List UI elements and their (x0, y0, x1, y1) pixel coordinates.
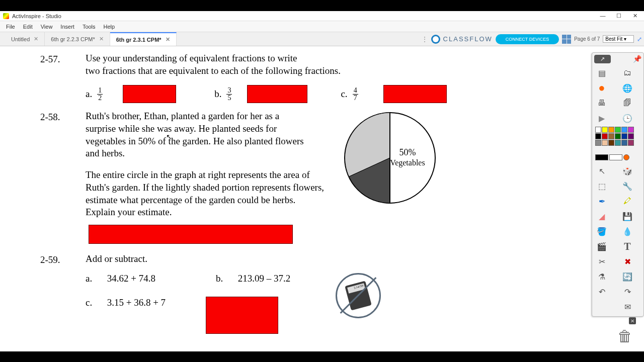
swatch[interactable] (595, 127, 601, 133)
close-icon[interactable]: ✕ (34, 36, 38, 42)
swatch[interactable] (628, 133, 634, 139)
grid-view-icon[interactable] (562, 35, 571, 44)
refresh-icon[interactable]: 🔄 (622, 271, 633, 282)
problem-text: Use your understanding of equivalent fra… (86, 52, 584, 65)
swatch[interactable] (602, 127, 608, 133)
swatch[interactable] (621, 140, 627, 146)
close-button[interactable]: ✕ (627, 11, 643, 20)
eyedropper-icon[interactable]: 💧 (622, 226, 633, 237)
problem-257: 2-57. Use your understanding of equivale… (40, 52, 584, 103)
problem-text: Add or subtract. (86, 253, 584, 265)
connect-devices-button[interactable]: CONNECT DEVICES (496, 34, 559, 44)
play-icon[interactable]: ▶ (596, 113, 607, 124)
folder-icon[interactable]: 🗂 (622, 67, 633, 78)
problem-text: Ruth's brother, Ethan, planted a garden … (86, 110, 307, 160)
tab-231cpm[interactable]: 6th gr 2.3.1 CPM* ✕ (110, 32, 177, 46)
swatch[interactable] (602, 133, 608, 139)
title-bar: ActivInspire - Studio — ☐ ✕ (0, 11, 644, 21)
swatch-wide[interactable] (595, 154, 608, 160)
swatch[interactable] (608, 133, 614, 139)
subpart-a: a. 1 2 (86, 85, 176, 103)
canvas[interactable]: 2-57. Use your understanding of equivale… (0, 46, 644, 351)
trash-bin[interactable]: ✕ 🗑 (615, 324, 635, 348)
swatch[interactable] (608, 127, 614, 133)
classflow-logo: CLASSFLOW (431, 35, 493, 44)
wrench-icon[interactable]: 🔧 (622, 180, 633, 192)
swatch[interactable] (628, 127, 634, 133)
delete-icon[interactable]: ✖ (622, 256, 633, 267)
share-button[interactable]: ↗ (594, 55, 611, 63)
more-icon[interactable]: ⋮ (421, 35, 428, 43)
world-icon[interactable]: 🌐 (622, 82, 633, 94)
fraction: 3 5 (226, 87, 232, 102)
cut-icon[interactable]: ✂ (596, 256, 607, 267)
toolbox[interactable]: ↗ 📌 ▤ 🗂 ● 🌐 🖶 🗐 ▶ 🕒 (592, 52, 644, 317)
no-calculator-icon: 3.14159 (336, 273, 381, 318)
page-content: 2-57. Use your understanding of equivale… (40, 52, 584, 341)
flask-icon[interactable]: ⚗ (596, 271, 607, 282)
problem-259: 2-59. Add or subtract. a. 34.62 + 74.8 b… (40, 253, 584, 334)
answer-cover[interactable] (89, 225, 293, 244)
circle-tool[interactable]: ● (596, 82, 607, 94)
redo-icon[interactable]: ↷ (622, 286, 633, 297)
mail-icon[interactable]: ✉ (622, 301, 633, 312)
swatch-wide[interactable] (609, 154, 622, 160)
answer-cover[interactable] (206, 297, 278, 334)
close-icon[interactable]: ✕ (629, 317, 636, 324)
pie-chart: 50% Vegetables (342, 110, 438, 219)
fill-icon[interactable]: 🪣 (596, 226, 607, 237)
answer-cover[interactable] (123, 85, 176, 103)
minimize-button[interactable]: — (595, 11, 611, 20)
pen-icon[interactable]: ✒ (596, 196, 607, 207)
menu-help[interactable]: Help (100, 24, 119, 30)
swatch[interactable] (628, 140, 634, 146)
problem-text: two fractions that are equivalent to eac… (86, 65, 584, 77)
pages-icon[interactable]: 🗐 (622, 98, 633, 109)
maximize-button[interactable]: ☐ (611, 11, 627, 20)
menu-insert[interactable]: Insert (56, 24, 78, 30)
tab-223cpm[interactable]: 6th gr 2.2.3 CPM* ✕ (45, 32, 110, 46)
undo-icon[interactable]: ↶ (596, 286, 607, 297)
media-icon[interactable]: 🎬 (596, 241, 607, 252)
swatch[interactable] (615, 127, 621, 133)
tab-untitled[interactable]: Untitled ✕ (5, 32, 45, 46)
problem-text: The entire circle in the graph at right … (86, 169, 327, 219)
dice-icon[interactable]: 🎲 (622, 165, 633, 176)
pin-icon[interactable]: 📌 (633, 55, 641, 63)
fraction: 1 2 (97, 87, 103, 102)
tab-right-controls: ⋮ CLASSFLOW CONNECT DEVICES Page 6 of 7 … (421, 32, 642, 46)
swatch[interactable] (615, 133, 621, 139)
menu-tools[interactable]: Tools (78, 24, 100, 30)
swatch[interactable] (621, 133, 627, 139)
menu-view[interactable]: View (37, 24, 57, 30)
print-icon[interactable]: 🖶 (596, 98, 607, 109)
eraser-icon[interactable]: ◢ (596, 211, 607, 222)
problem-number: 2-58. (40, 110, 86, 244)
close-icon[interactable]: ✕ (166, 36, 170, 43)
swatch[interactable] (595, 140, 601, 146)
swatch[interactable] (595, 133, 601, 139)
answer-cover[interactable] (247, 85, 307, 103)
swatch[interactable] (615, 140, 621, 146)
answer-cover[interactable] (383, 85, 447, 103)
swatch[interactable] (621, 127, 627, 133)
zoom-select[interactable]: Best Fit ▾ (603, 35, 634, 43)
menu-file[interactable]: File (2, 24, 19, 30)
close-icon[interactable]: ✕ (99, 36, 104, 42)
text-icon[interactable]: T (622, 241, 633, 252)
swatch[interactable] (608, 140, 614, 146)
window-title: ActivInspire - Studio (12, 13, 61, 19)
menu-edit[interactable]: Edit (19, 24, 37, 30)
highlighter-icon[interactable]: 🖍 (622, 196, 633, 207)
swatch[interactable] (623, 154, 629, 160)
page-indicator: Page 6 of 7 (574, 36, 600, 42)
swatch[interactable] (602, 140, 608, 146)
pointer-icon[interactable]: ↖ (596, 165, 607, 176)
tab-label: Untitled (11, 36, 30, 42)
subpart-b: b. 3 5 (214, 85, 307, 103)
clock-icon[interactable]: 🕒 (622, 113, 633, 124)
page-icon[interactable]: ▤ (596, 67, 607, 78)
fullscreen-icon[interactable]: ⤢ (637, 36, 642, 43)
save-icon[interactable]: 💾 (622, 211, 633, 222)
select-icon[interactable]: ⬚ (596, 180, 607, 192)
